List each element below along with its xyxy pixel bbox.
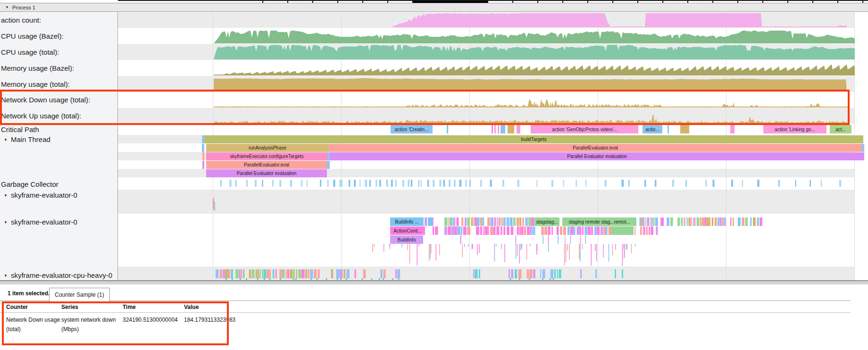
- flame-block[interactable]: actio...: [643, 125, 662, 133]
- track-label-text: skyframe-evaluator-cpu-heavy-0: [11, 271, 112, 279]
- triangle-down-icon[interactable]: ▼: [4, 193, 8, 198]
- tab-strip-line: [0, 300, 851, 301]
- flame-block[interactable]: Parallel Evaluator evaluation: [330, 152, 864, 160]
- track-label-main-thread[interactable]: ▼Main Thread: [4, 135, 50, 143]
- flame-block[interactable]: stagstag...: [534, 217, 559, 226]
- track-label-memory-usage-bazel[interactable]: Memory usage (Bazel):: [1, 64, 74, 72]
- triangle-down-icon[interactable]: ▼: [4, 274, 8, 278]
- flame-block[interactable]: ActionConti...: [390, 226, 425, 235]
- column-header-time: Time: [123, 304, 136, 310]
- counter-chart-memory-usage-bazel[interactable]: [118, 60, 855, 76]
- track-label-critical-path[interactable]: Critical Path: [1, 125, 39, 133]
- track-label-text: Memory usage (Bazel):: [1, 64, 74, 72]
- track-label-text: Memory usage (total):: [1, 80, 70, 88]
- counter-chart-network-up-usage-total[interactable]: [118, 108, 855, 124]
- track-label-network-down-usage-total[interactable]: Network Down usage (total):: [1, 96, 90, 104]
- flame-block[interactable]: ParallelEvaluator.eval: [329, 144, 862, 152]
- trace-viewer: ▼ Process 1 1 item selected. Counter Sam…: [0, 0, 868, 350]
- track-label-text: skyframe-evaluator-0: [11, 191, 77, 199]
- flame-sliver[interactable]: [447, 125, 448, 133]
- process-title: Process 1: [12, 5, 35, 10]
- track-label-text: Main Thread: [11, 135, 50, 143]
- flame-sliver[interactable]: [202, 144, 204, 152]
- flame-sliver[interactable]: [428, 217, 433, 226]
- track-label-text: CPU usage (total):: [1, 48, 59, 56]
- flame-block[interactable]: ParallelEvaluator.eval: [206, 161, 327, 169]
- flame-block[interactable]: action 'Linking go...: [763, 125, 826, 133]
- flame-sliver[interactable]: [425, 217, 427, 226]
- flame-sliver[interactable]: [517, 125, 520, 133]
- track-label-text: CPU usage (Bazel):: [1, 32, 64, 40]
- track-label-cpu-usage-total[interactable]: CPU usage (total):: [1, 48, 59, 56]
- flame-sliver[interactable]: [498, 125, 499, 133]
- track-label-text: skyframe-evaluator-0: [11, 218, 77, 226]
- tab-counter-sample[interactable]: Counter Sample (1): [49, 288, 110, 301]
- flame-sliver[interactable]: [668, 125, 669, 133]
- track-label-text: Critical Path: [1, 125, 39, 133]
- flame-block[interactable]: action 'GenObjcProtos video/...: [531, 125, 638, 133]
- flame-sliver[interactable]: [730, 125, 734, 133]
- flame-block[interactable]: act...: [830, 125, 851, 133]
- flame-sliver[interactable]: [862, 144, 864, 152]
- table-header-underline: [0, 312, 851, 313]
- track-label-garbage-collector[interactable]: Garbage Collector: [1, 180, 58, 188]
- track-label-skyframe-evaluator-0[interactable]: ▼skyframe-evaluator-0: [4, 191, 77, 199]
- column-header-series: Series: [61, 304, 78, 310]
- counter-chart-memory-usage-total[interactable]: [118, 76, 855, 92]
- flame-block[interactable]: action 'Creatin...: [391, 125, 433, 133]
- column-header-value: Value: [184, 304, 199, 310]
- flame-block[interactable]: skyframeExecutor.configureTargets: [206, 152, 327, 160]
- flame-block[interactable]: runAnalysisPhase: [206, 144, 329, 152]
- flame-sliver[interactable]: [610, 226, 634, 235]
- row-band: [118, 267, 855, 282]
- flame-block[interactable]: buildTargets: [204, 135, 863, 143]
- row-band: [118, 190, 855, 214]
- flame-sliver[interactable]: [492, 125, 493, 133]
- cell-series[interactable]: system network down (Mbps): [61, 315, 118, 334]
- cell-counter[interactable]: Network Down usage (total): [6, 315, 60, 334]
- counter-chart-cpu-usage-total[interactable]: [118, 44, 855, 60]
- triangle-down-icon[interactable]: ▼: [4, 138, 8, 142]
- track-label-text: action count:: [1, 16, 41, 24]
- track-label-network-up-usage-total[interactable]: Network Up usage (total):: [1, 112, 81, 120]
- flame-block[interactable]: BuildInfo ...: [390, 217, 424, 226]
- details-panel: 1 item selected. Counter Sample (1) Coun…: [0, 280, 868, 350]
- panel-divider[interactable]: [0, 280, 868, 284]
- flame-sliver[interactable]: [202, 152, 204, 160]
- flame-sliver[interactable]: [508, 125, 514, 133]
- tab-label: Counter Sample (1): [55, 292, 104, 298]
- flame-block[interactable]: Parallel Evaluator evaluation: [206, 169, 327, 177]
- track-label-skyframe-evaluator-cpu-heavy-0[interactable]: ▼skyframe-evaluator-cpu-heavy-0: [4, 271, 112, 279]
- flame-sliver[interactable]: [494, 125, 496, 133]
- triangle-down-icon[interactable]: ▼: [4, 220, 8, 225]
- process-header[interactable]: ▼ Process 1: [0, 3, 868, 12]
- flame-sliver[interactable]: [202, 161, 204, 169]
- counter-chart-cpu-usage-bazel[interactable]: [118, 28, 855, 44]
- track-label-text: Network Down usage (total):: [1, 96, 90, 104]
- track-label-action-count[interactable]: action count:: [1, 16, 41, 24]
- flame-sliver[interactable]: [501, 125, 505, 133]
- track-label-text: Network Up usage (total):: [1, 112, 81, 120]
- track-label-cpu-usage-bazel[interactable]: CPU usage (Bazel):: [1, 32, 64, 40]
- flame-sliver[interactable]: [327, 161, 330, 169]
- flame-block[interactable]: staging remote stag...remot...: [562, 217, 636, 226]
- triangle-down-icon: ▼: [5, 5, 9, 9]
- selection-status: 1 item selected.: [8, 290, 50, 297]
- counter-chart-network-down-usage-total[interactable]: [118, 92, 855, 108]
- counter-chart-action-count[interactable]: [118, 12, 855, 28]
- column-header-counter: Counter: [6, 304, 28, 310]
- flame-block[interactable]: BuildInfo: [390, 235, 423, 244]
- cell-value[interactable]: 184.1793113323983: [184, 315, 255, 325]
- track-label-text: Garbage Collector: [1, 180, 58, 188]
- track-label-skyframe-evaluator-0[interactable]: ▼skyframe-evaluator-0: [4, 218, 77, 226]
- flame-sliver[interactable]: [680, 125, 689, 133]
- track-label-memory-usage-total[interactable]: Memory usage (total):: [1, 80, 70, 88]
- cell-time[interactable]: 324190.51300000004: [123, 315, 184, 325]
